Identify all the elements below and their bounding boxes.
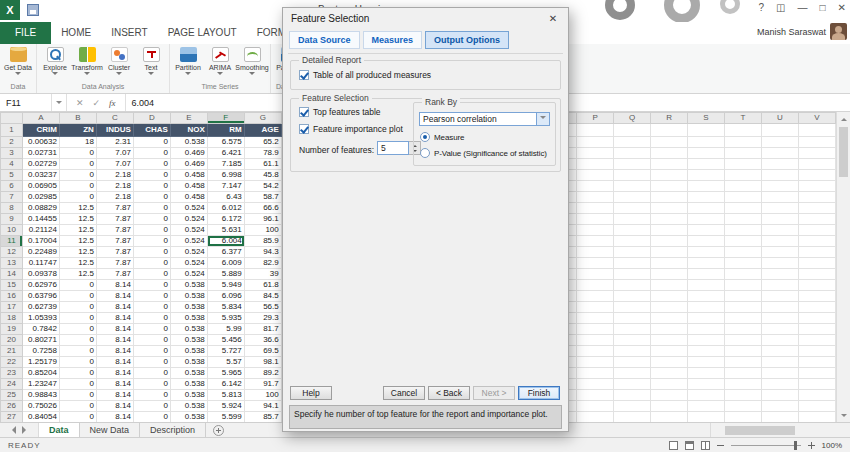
cell-V18[interactable] [798,313,835,324]
cell-S15[interactable] [688,280,725,291]
cell-C15[interactable]: 8.14 [96,280,133,291]
cell-G27[interactable]: 85.7 [244,412,281,423]
cell-A12[interactable]: 0.22489 [22,247,59,258]
cell-C14[interactable]: 7.87 [96,269,133,280]
cell-A9[interactable]: 0.14455 [22,214,59,225]
cell-T25[interactable] [725,390,762,401]
cell-C3[interactable]: 7.07 [96,148,133,159]
cell-V17[interactable] [798,302,835,313]
cell-F4[interactable]: 7.185 [207,159,244,170]
row-header-5[interactable]: 5 [1,170,23,181]
cell-C26[interactable]: 8.14 [96,401,133,412]
cell-G15[interactable]: 61.8 [244,280,281,291]
cell-F23[interactable]: 5.965 [207,368,244,379]
tab-insert[interactable]: INSERT [101,22,158,44]
cell-T26[interactable] [725,401,762,412]
cell-G14[interactable]: 39 [244,269,281,280]
cell-Q2[interactable] [614,137,651,148]
cell-G17[interactable]: 56.5 [244,302,281,313]
minimize-icon[interactable]: — [798,2,808,13]
scroll-up-icon[interactable] [837,112,850,125]
cell-Q11[interactable] [614,236,651,247]
cell-E18[interactable]: 0.538 [170,313,207,324]
cell-V11[interactable] [798,236,835,247]
cell-F27[interactable]: 5.599 [207,412,244,423]
cell-C16[interactable]: 8.14 [96,291,133,302]
cell-R21[interactable] [651,346,688,357]
excel-app-icon[interactable]: X [0,0,20,20]
row-header-19[interactable]: 19 [1,324,23,335]
cell-V4[interactable] [798,159,835,170]
ribbon-button-partition[interactable]: Partition [172,45,204,82]
ribbon-button-explore[interactable]: Explore [39,45,71,82]
cell-C20[interactable]: 8.14 [96,335,133,346]
cell-S11[interactable] [688,236,725,247]
number-of-features-input[interactable]: 5 [377,141,409,155]
cell-B19[interactable]: 0 [59,324,96,335]
page-layout-view-icon[interactable] [685,441,694,450]
cell-P23[interactable] [577,368,614,379]
cell-T11[interactable] [725,236,762,247]
cell-T9[interactable] [725,214,762,225]
table-of-measures-checkbox[interactable]: Table of all produced measures [299,70,431,80]
cell-Q26[interactable] [614,401,651,412]
cell-C13[interactable]: 7.87 [96,258,133,269]
cell-P8[interactable] [577,203,614,214]
cell-A26[interactable]: 0.75026 [22,401,59,412]
top-features-table-checkbox[interactable]: Top features table [299,107,381,117]
cell-B12[interactable]: 12.5 [59,247,96,258]
cell-C9[interactable]: 7.87 [96,214,133,225]
cell-P4[interactable] [577,159,614,170]
cell-Q9[interactable] [614,214,651,225]
cell-S23[interactable] [688,368,725,379]
cell-E19[interactable]: 0.538 [170,324,207,335]
cell-U13[interactable] [761,258,798,269]
column-header-P[interactable]: P [577,113,614,124]
cell-V23[interactable] [798,368,835,379]
cell-P25[interactable] [577,390,614,401]
cell-A3[interactable]: 0.02731 [22,148,59,159]
cell-T4[interactable] [725,159,762,170]
cell-F24[interactable]: 6.142 [207,379,244,390]
cell-D16[interactable]: 0 [133,291,170,302]
cell-P13[interactable] [577,258,614,269]
cell-U22[interactable] [761,357,798,368]
cell-Q4[interactable] [614,159,651,170]
cell-S2[interactable] [688,137,725,148]
cell-D5[interactable]: 0 [133,170,170,181]
column-header-G[interactable]: G [244,113,281,124]
cell-R11[interactable] [651,236,688,247]
cell-V22[interactable] [798,357,835,368]
cell-D10[interactable]: 0 [133,225,170,236]
cell-R1[interactable] [651,124,688,137]
cell-G13[interactable]: 82.9 [244,258,281,269]
cell-F20[interactable]: 5.456 [207,335,244,346]
cell-E6[interactable]: 0.458 [170,181,207,192]
cell-T3[interactable] [725,148,762,159]
maximize-icon[interactable]: □ [820,2,826,13]
column-header-F[interactable]: F [207,113,244,124]
cell-V2[interactable] [798,137,835,148]
cell-Q5[interactable] [614,170,651,181]
cell-A11[interactable]: 0.17004 [22,236,59,247]
ribbon-button-cluster[interactable]: Cluster [103,45,135,82]
column-header-U[interactable]: U [761,113,798,124]
cell-B23[interactable]: 0 [59,368,96,379]
cell-B13[interactable]: 12.5 [59,258,96,269]
row-header-10[interactable]: 10 [1,225,23,236]
cell-P6[interactable] [577,181,614,192]
cell-R20[interactable] [651,335,688,346]
cell-A10[interactable]: 0.21124 [22,225,59,236]
cell-C18[interactable]: 8.14 [96,313,133,324]
cell-E22[interactable]: 0.538 [170,357,207,368]
cell-P21[interactable] [577,346,614,357]
cell-D2[interactable]: 0 [133,137,170,148]
cell-Q19[interactable] [614,324,651,335]
cell-U26[interactable] [761,401,798,412]
cell-C6[interactable]: 2.18 [96,181,133,192]
cell-R24[interactable] [651,379,688,390]
cell-T2[interactable] [725,137,762,148]
cell-S20[interactable] [688,335,725,346]
zoom-level[interactable]: 100% [822,441,842,450]
tab-output-options[interactable]: Output Options [425,31,509,49]
